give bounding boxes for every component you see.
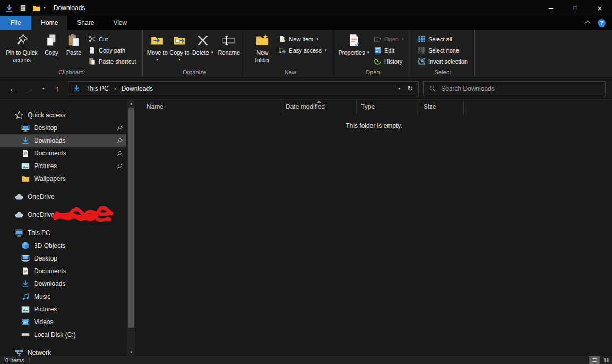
file-list-area[interactable]: This folder is empty. xyxy=(136,114,612,356)
back-button[interactable]: ← xyxy=(6,84,19,93)
select-all-button[interactable]: Select all xyxy=(416,33,470,45)
column-header-date-modified[interactable]: Date modified xyxy=(281,100,357,114)
pin-to-quick-access-button[interactable]: Pin to Quick access xyxy=(3,31,40,69)
column-header-name[interactable]: Name xyxy=(136,100,281,114)
sidebar-item-documents[interactable]: Documents xyxy=(0,147,126,160)
delete-x-icon xyxy=(196,33,210,47)
scrollbar-thumb[interactable] xyxy=(128,108,134,328)
search-input[interactable] xyxy=(441,85,600,92)
address-history-chevron-icon[interactable]: ▼ xyxy=(398,87,401,90)
sidebar-item-wallpapers[interactable]: Wallpapers xyxy=(0,172,126,185)
sidebar-item-music[interactable]: Music xyxy=(0,290,126,303)
titlebar[interactable]: ▼ Downloads – □ × xyxy=(0,0,612,16)
sidebar-item-local-disk-c[interactable]: Local Disk (C:) xyxy=(0,328,126,341)
sidebar-item-quick-access[interactable]: Quick access xyxy=(0,109,126,122)
button-label: Delete ▼ xyxy=(192,49,214,57)
sidebar-item-label: Music xyxy=(34,293,50,300)
search-box[interactable] xyxy=(423,81,606,96)
invert-selection-button[interactable]: Invert selection xyxy=(416,56,470,67)
qat-customize-chevron-icon[interactable]: ▼ xyxy=(43,6,46,10)
button-label: Paste xyxy=(66,49,81,57)
sidebar-item-downloads[interactable]: Downloads xyxy=(0,134,126,147)
dropdown-arrow-icon: ▼ xyxy=(156,58,159,62)
dropdown-arrow-icon: ▼ xyxy=(367,51,370,54)
sidebar-item-this-pc[interactable]: This PC xyxy=(0,227,126,239)
pin-icon xyxy=(116,150,123,157)
qat-properties-icon[interactable] xyxy=(19,4,27,12)
paste-shortcut-button[interactable]: Paste shortcut xyxy=(86,56,138,67)
tab-view[interactable]: View xyxy=(104,16,136,30)
history-button[interactable]: History xyxy=(372,56,407,67)
button-label: New folder xyxy=(249,49,275,64)
copy-path-button[interactable]: Copy path xyxy=(86,45,138,56)
breadcrumb-downloads[interactable]: Downloads xyxy=(120,85,154,92)
sidebar-item-label: Network xyxy=(28,349,51,356)
downloads-folder-icon xyxy=(73,84,81,92)
select-none-icon xyxy=(418,46,426,54)
sidebar-item-downloads[interactable]: Downloads xyxy=(0,278,126,290)
qat-new-folder-icon[interactable] xyxy=(32,4,40,12)
button-label: Invert selection xyxy=(428,58,468,65)
close-button[interactable]: × xyxy=(588,0,612,16)
tab-share[interactable]: Share xyxy=(67,16,104,30)
sidebar-item-pictures[interactable]: Pictures xyxy=(0,303,126,316)
new-folder-button[interactable]: New folder xyxy=(249,31,275,69)
button-label: Easy access xyxy=(289,47,322,54)
button-label: Copy xyxy=(45,49,58,57)
sidebar-item-desktop[interactable]: Desktop xyxy=(0,252,126,265)
minimize-ribbon-chevron-icon[interactable] xyxy=(584,21,590,27)
sidebar-item-network[interactable]: Network xyxy=(0,346,126,356)
tab-home[interactable]: Home xyxy=(31,16,67,30)
pushpin-icon xyxy=(15,33,29,47)
cloud-icon xyxy=(15,211,23,219)
properties-button[interactable]: Properties ▼ xyxy=(338,31,370,69)
breadcrumb-this-pc[interactable]: This PC xyxy=(84,85,110,92)
rename-button[interactable]: Rename xyxy=(215,31,243,69)
edit-button[interactable]: Edit xyxy=(372,45,407,56)
copy-button[interactable]: Copy xyxy=(40,31,63,69)
maximize-button[interactable]: □ xyxy=(563,0,588,16)
music-icon xyxy=(21,292,30,301)
column-header-type[interactable]: Type xyxy=(357,100,419,114)
content-area: Quick accessDesktopDownloadsDocumentsPic… xyxy=(0,100,612,356)
breadcrumb-separator-icon[interactable]: › xyxy=(114,85,116,92)
up-button[interactable]: ↑ xyxy=(51,84,64,93)
sidebar-item-onedrive[interactable]: OneDrive xyxy=(0,190,126,203)
sidebar-item-desktop[interactable]: Desktop xyxy=(0,122,126,134)
tab-file[interactable]: File xyxy=(0,16,31,30)
file-explorer-window: ▼ Downloads – □ × File Home Share View ?… xyxy=(0,0,612,364)
details-view-button[interactable] xyxy=(589,356,600,364)
sidebar-item-label: Desktop xyxy=(34,255,57,262)
large-icons-view-icon xyxy=(604,357,609,363)
cut-button[interactable]: Cut xyxy=(86,33,138,45)
button-label: Move to ▼ xyxy=(146,49,168,64)
scroll-down-icon[interactable]: ▼ xyxy=(127,349,135,356)
paste-button[interactable]: Paste xyxy=(63,31,85,69)
help-icon[interactable]: ? xyxy=(598,19,606,27)
address-bar[interactable]: This PC › Downloads ▼ ↻ xyxy=(68,81,419,96)
move-to-button[interactable]: Move to ▼ xyxy=(146,31,168,69)
minimize-button[interactable]: – xyxy=(539,0,563,16)
easy-access-button[interactable]: Easy access ▼ xyxy=(276,45,330,56)
sidebar-item-documents[interactable]: Documents xyxy=(0,265,126,278)
sidebar-item-3d-objects[interactable]: 3D Objects xyxy=(0,239,126,252)
sidebar-scrollbar[interactable]: ▲ ▼ xyxy=(127,100,135,356)
refresh-icon[interactable]: ↻ xyxy=(407,84,413,92)
recent-locations-chevron-icon[interactable]: ▼ xyxy=(40,87,47,90)
window-controls: – □ × xyxy=(539,0,612,16)
button-label: Copy to ▼ xyxy=(168,49,191,64)
sidebar-item-onedrive[interactable]: OneDrive - xyxy=(0,209,126,221)
sidebar-item-label: Documents xyxy=(34,267,66,275)
scroll-up-icon[interactable]: ▲ xyxy=(127,100,135,107)
new-item-button[interactable]: New item ▼ xyxy=(276,33,330,45)
folder-icon xyxy=(21,175,30,183)
view-toggles xyxy=(589,356,612,364)
select-none-button[interactable]: Select none xyxy=(416,45,470,56)
delete-button[interactable]: Delete ▼ xyxy=(191,31,215,69)
sidebar-item-pictures[interactable]: Pictures xyxy=(0,160,126,172)
column-header-size[interactable]: Size xyxy=(419,100,464,114)
copy-to-button[interactable]: Copy to ▼ xyxy=(168,31,191,69)
file-list-pane: NameDate modifiedTypeSize This folder is… xyxy=(136,100,612,356)
large-icons-view-button[interactable] xyxy=(600,356,612,364)
sidebar-item-videos[interactable]: Videos xyxy=(0,316,126,328)
